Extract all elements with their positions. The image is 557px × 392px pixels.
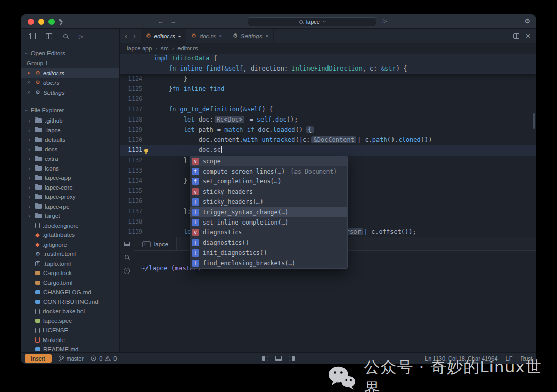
explorer-item[interactable]: CONTRIBUTING.md (21, 297, 119, 307)
minimize-window-button[interactable] (38, 19, 44, 25)
explorer-item[interactable]: Makefile (21, 335, 119, 345)
completion-item[interactable]: vsticky_headers (190, 186, 347, 197)
explorer-item[interactable]: ◆.gitattributes (21, 230, 119, 240)
modified-dot[interactable]: ● (26, 71, 32, 75)
explorer-item[interactable]: ›extra (21, 154, 119, 164)
code-line[interactable]: 1126 (120, 94, 536, 105)
nav-forward-icon[interactable]: → (169, 18, 177, 25)
close-editor-icon[interactable]: × (526, 31, 530, 41)
scrollbar-thumb[interactable] (533, 113, 535, 129)
tab-Settings[interactable]: ⚙Settings× (227, 29, 274, 43)
layout-panel-icon[interactable] (46, 33, 52, 39)
panel-search-icon[interactable] (125, 255, 129, 259)
diagnostics-indicator[interactable]: 0 0 (91, 355, 117, 362)
completion-item[interactable]: finit_diagnostics() (190, 248, 347, 258)
explorer-item[interactable]: ›lapce-core (21, 183, 119, 193)
explorer-item[interactable]: ›lapce-proxy (21, 192, 119, 202)
panel-dock-icon[interactable] (124, 242, 130, 246)
explorer-item[interactable]: ›docs (21, 145, 119, 155)
breadcrumb-item[interactable]: src (161, 45, 169, 52)
code-line[interactable]: 1127 fn go_to_definition(&self) { (120, 105, 536, 115)
terminal-icon: ›_ (142, 241, 151, 247)
run-icon[interactable]: ▷ (383, 18, 387, 24)
window-controls (28, 19, 55, 25)
tabs-back-icon[interactable]: ‹ (125, 32, 127, 40)
explorer-item[interactable]: ›icons (21, 164, 119, 174)
code-action-lightbulb-icon[interactable] (144, 149, 148, 152)
completion-item[interactable]: vscope (190, 156, 347, 166)
explorer-item[interactable]: CHANGELOG.md (21, 287, 119, 297)
completion-item[interactable]: fsticky_headers(…) (190, 197, 347, 207)
explorer-item[interactable]: ›defaults (21, 135, 119, 145)
completion-item[interactable]: vdiagnostics (190, 228, 347, 238)
code-line[interactable]: 1128 let doc:Rc<Doc> = self.doc(); (120, 115, 536, 125)
completion-item[interactable]: ftrigger_syntax_change(…) (190, 207, 347, 217)
explorer-item[interactable]: ›.github (21, 116, 119, 126)
explorer-item[interactable]: docker-bake.hcl (21, 306, 119, 316)
completion-item[interactable]: ffind_enclosing_brackets(…) (190, 258, 347, 268)
folder-chevron-icon: › (27, 165, 32, 172)
completion-item[interactable]: fset_completion_lens(…) (190, 177, 347, 187)
line-number: 1136 (120, 196, 142, 207)
open-editor-item[interactable]: ×⚙doc.rs (21, 78, 119, 88)
explorer-item[interactable]: Cargo.toml (21, 278, 119, 288)
toggle-right-panel-icon[interactable] (289, 356, 295, 361)
code-line[interactable]: 1129 let path = match if doc.loaded() { (120, 125, 536, 135)
explorer-item[interactable]: ◆.gitignore (21, 240, 119, 250)
layout-toggles (262, 356, 295, 361)
open-editors-header[interactable]: › Open Editors (21, 47, 119, 59)
toggle-left-panel-icon[interactable] (262, 356, 268, 361)
explorer-item[interactable]: lapce.spec (21, 316, 119, 326)
explorer-item[interactable]: LICENSE (21, 326, 119, 335)
zoom-window-button[interactable] (48, 19, 55, 25)
toggle-bottom-panel-icon[interactable] (275, 356, 282, 361)
close-window-button[interactable] (28, 19, 34, 25)
nav-back-icon[interactable]: ← (157, 18, 165, 25)
settings-gear-icon[interactable]: ⚙ (524, 18, 530, 24)
completion-item[interactable]: fcompute_screen_lines(…)(as Document) (190, 166, 347, 177)
code-line[interactable]: 1131 doc.sc (120, 145, 536, 156)
close-icon[interactable]: × (26, 90, 32, 95)
close-icon[interactable]: × (26, 80, 32, 86)
file-explorer-header[interactable]: › File Explorer (21, 105, 119, 116)
explorer-item[interactable]: ›lapce-app (21, 173, 119, 183)
wechat-icon (328, 366, 356, 390)
explorer-item[interactable]: ›target (21, 211, 119, 221)
code-line[interactable]: 1130 doc.content.with_untracked(|c:&DocC… (120, 135, 536, 145)
code-line[interactable]: 1125 }fn inline_find (120, 84, 536, 94)
explorer-item[interactable]: .dockerignore (21, 221, 119, 231)
tab-close-icon[interactable]: × (219, 33, 222, 39)
completion-item[interactable]: fdiagnostics() (190, 237, 347, 248)
folder-icon (35, 204, 42, 209)
breadcrumb-item[interactable]: editor.rs (177, 45, 198, 52)
explorer-item-label: Cargo.lock (43, 270, 72, 276)
explorer-item[interactable]: ›.lapce (21, 126, 119, 135)
explorer-item[interactable]: README.md (21, 345, 119, 352)
search-panel-icon[interactable] (63, 34, 68, 38)
branch-indicator[interactable]: master (59, 355, 84, 362)
code-line[interactable]: 1124 } (120, 74, 536, 84)
tab-label: doc.rs (200, 33, 216, 39)
explorer-item[interactable]: T.taplo.toml (21, 259, 119, 269)
files-panel-icon[interactable] (29, 33, 35, 39)
open-editor-item[interactable]: ●⚙editor.rs (21, 68, 119, 78)
breadcrumb-item[interactable]: lapce-app (127, 45, 152, 52)
watermark: 公众号 · 奇妙的Linux世界 (328, 356, 557, 392)
mode-indicator[interactable]: Insert (25, 354, 52, 363)
terminal-tab[interactable]: ›_ lapce (134, 237, 177, 250)
tab-editor.rs[interactable]: ⚙editor.rs● (141, 29, 186, 43)
open-editor-item[interactable]: ×⚙Settings (21, 88, 119, 97)
explorer-item[interactable]: ›lapce-rpc (21, 202, 119, 212)
modified-dot[interactable]: ● (178, 34, 181, 38)
debug-panel-icon[interactable]: ▷ (79, 33, 83, 40)
tabs-forward-icon[interactable]: › (133, 32, 135, 40)
completion-item[interactable]: fset_inline_completion(…) (190, 217, 347, 228)
tab-doc.rs[interactable]: ⚙doc.rs× (186, 29, 227, 43)
explorer-item[interactable]: ⚙.rustfmt.toml (21, 249, 119, 259)
split-editor-icon[interactable] (513, 33, 519, 39)
tab-close-icon[interactable]: × (265, 33, 268, 39)
explorer-item[interactable]: Cargo.lock (21, 268, 119, 278)
command-palette-search[interactable]: lapce › (248, 17, 376, 26)
panel-close-icon[interactable]: × (124, 268, 130, 274)
customize-hammer-icon[interactable] (58, 19, 64, 28)
